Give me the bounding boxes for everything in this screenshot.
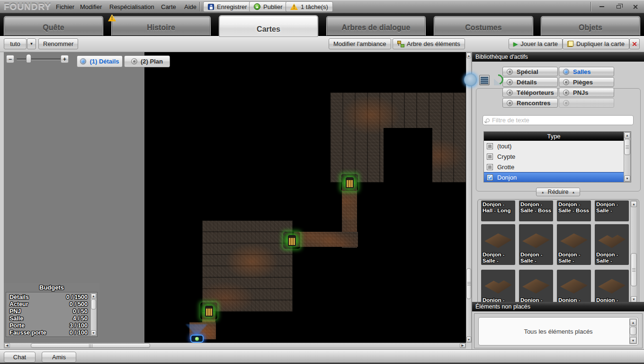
- scroll-thumb[interactable]: [31, 343, 150, 348]
- play-map-button[interactable]: ▶ Jouer la carte: [509, 38, 563, 49]
- menu-aide[interactable]: Aide: [181, 0, 199, 13]
- save-button[interactable]: Enregistrer: [203, 1, 252, 12]
- asset-tile[interactable]: Donjon - Salle -: [557, 224, 591, 265]
- tab-cartes[interactable]: Cartes: [219, 15, 318, 37]
- type-row-crypte[interactable]: Crypte: [484, 151, 624, 162]
- scroll-down-arrow[interactable]: ▼: [624, 175, 630, 182]
- scroll-thumb[interactable]: [630, 327, 636, 335]
- type-row-tout[interactable]: (tout): [484, 141, 624, 151]
- budgets-scrollbar[interactable]: ▲ ▼: [90, 293, 97, 336]
- scroll-up-arrow[interactable]: ▲: [631, 201, 637, 207]
- asset-tile[interactable]: Donjon - Salle - Boss: [557, 200, 591, 221]
- view-tab-details[interactable]: (1) Détails: [77, 55, 123, 67]
- edit-ambiance-button[interactable]: Modifier l'ambiance: [329, 38, 391, 49]
- filter-input[interactable]: [492, 117, 630, 124]
- checkbox-icon[interactable]: [487, 143, 493, 149]
- canvas-horizontal-scrollbar[interactable]: ◀ ▶: [4, 343, 466, 348]
- scroll-down-arrow[interactable]: ▼: [466, 337, 471, 342]
- scroll-up-arrow[interactable]: ▲: [466, 53, 471, 58]
- asset-tile[interactable]: Donjon - Salle -: [481, 270, 515, 304]
- close-map-button[interactable]: ✕: [629, 38, 640, 49]
- category-rencontres[interactable]: Rencontres: [502, 98, 558, 108]
- publish-button[interactable]: ▲ Publier: [249, 1, 287, 12]
- map-room-middle[interactable]: [202, 220, 293, 312]
- scroll-down-arrow[interactable]: ▼: [91, 330, 96, 336]
- duplicate-map-button[interactable]: Dupliquer la carte: [563, 38, 629, 49]
- category-salles[interactable]: Salles: [559, 67, 614, 76]
- asset-tile[interactable]: Donjon - Salle -: [481, 224, 515, 265]
- scroll-up-arrow[interactable]: ▲: [630, 319, 636, 326]
- scroll-thumb[interactable]: [91, 299, 96, 309]
- category-details[interactable]: Détails: [502, 77, 558, 87]
- scroll-left-arrow[interactable]: ◀: [4, 343, 10, 348]
- restore-button[interactable]: [612, 2, 625, 11]
- plus-icon: +: [63, 56, 66, 63]
- type-row-donjon[interactable]: ✓ Donjon: [484, 172, 624, 182]
- scroll-thumb[interactable]: [624, 139, 630, 155]
- tasks-button[interactable]: ! 1 tâche(s): [286, 1, 333, 12]
- collapse-button[interactable]: ▲ Réduire ▲: [536, 188, 580, 196]
- category-pieges[interactable]: Pièges: [559, 77, 614, 87]
- tab-objets[interactable]: Objets: [541, 16, 640, 36]
- zoom-slider-track[interactable]: [17, 58, 62, 60]
- spawn-point-marker[interactable]: [190, 335, 204, 343]
- scroll-thumb[interactable]: [466, 268, 471, 299]
- map-name-dropdown[interactable]: tuto: [4, 38, 27, 49]
- grid-tool-icon[interactable]: [479, 75, 490, 85]
- asset-tile[interactable]: Donjon - Salle -: [595, 270, 629, 304]
- scroll-right-arrow[interactable]: ▶: [460, 343, 465, 348]
- tab-histoire[interactable]: Histoire: [111, 16, 211, 36]
- menu-respecialisation[interactable]: Respécialisation: [107, 0, 157, 13]
- elements-tree-button[interactable]: Arbre des éléments: [393, 38, 465, 49]
- tab-quete[interactable]: Quête: [4, 16, 103, 36]
- zoom-slider-thumb[interactable]: [26, 54, 31, 63]
- close-window-button[interactable]: [629, 2, 641, 11]
- chat-button[interactable]: Chat: [4, 352, 36, 363]
- map-toolbar: tuto ▼ Renommer Modifier l'ambiance Arbr…: [0, 36, 644, 52]
- zoom-out-button[interactable]: −: [6, 55, 14, 63]
- unplaced-scrollbar[interactable]: ▲ ▼: [629, 318, 637, 344]
- asset-tile[interactable]: Donjon - Salle -: [519, 224, 553, 265]
- asset-tile[interactable]: Donjon - Salle -: [595, 200, 629, 221]
- unplaced-empty-text: Tous les éléments placés: [524, 328, 592, 335]
- checkbox-checked-icon[interactable]: ✓: [487, 174, 493, 181]
- category-teleporteurs[interactable]: Téléporteurs: [502, 88, 558, 97]
- rename-button[interactable]: Renommer: [38, 38, 78, 49]
- checkbox-icon[interactable]: [487, 164, 493, 170]
- map-dropdown-arrow-button[interactable]: ▼: [27, 38, 36, 49]
- door-marker-1[interactable]: [341, 174, 358, 191]
- tab-arbres-de-dialogue[interactable]: Arbres de dialogue: [326, 16, 426, 36]
- asset-tile[interactable]: Donjon - Hall - Long: [481, 200, 515, 221]
- menu-fichier[interactable]: Fichier: [53, 0, 77, 13]
- friends-button[interactable]: Amis: [42, 352, 76, 363]
- category-pnjs[interactable]: PNJs: [559, 88, 614, 97]
- door-marker-3[interactable]: [200, 302, 217, 319]
- room-thumbnail: [484, 228, 512, 251]
- category-special[interactable]: Spécial: [502, 67, 558, 76]
- canvas-vertical-scrollbar[interactable]: ▲ ▼: [466, 52, 472, 343]
- view-tab-plan[interactable]: (2) Plan: [124, 55, 170, 67]
- scroll-up-arrow[interactable]: ▲: [91, 293, 96, 299]
- type-list-header[interactable]: Type: [484, 132, 624, 141]
- menu-carte[interactable]: Carte: [158, 0, 179, 13]
- asset-tile[interactable]: Donjon - Salle -: [557, 270, 591, 304]
- scroll-up-arrow[interactable]: ▲: [624, 132, 630, 138]
- budget-row: Acteur0 / 500: [9, 301, 88, 308]
- minimize-button[interactable]: [596, 2, 608, 11]
- checkbox-icon[interactable]: [487, 154, 493, 160]
- type-row-grotte[interactable]: Grotte: [484, 162, 624, 172]
- map-corridor-horizontal[interactable]: [294, 232, 358, 247]
- zoom-in-button[interactable]: +: [61, 55, 69, 63]
- door-marker-2[interactable]: [283, 232, 300, 249]
- asset-tile[interactable]: Donjon - Salle -: [595, 224, 629, 265]
- menu-modifier[interactable]: Modifier: [77, 0, 105, 13]
- ellipse-tool-icon[interactable]: [464, 73, 477, 86]
- asset-tile[interactable]: Donjon - Salle - Boss: [519, 200, 553, 221]
- type-list-scrollbar[interactable]: ▲ ▼: [624, 132, 631, 182]
- scroll-down-arrow[interactable]: ▼: [630, 337, 636, 344]
- tab-costumes[interactable]: Costumes: [434, 16, 533, 36]
- asset-tile[interactable]: Donjon - Salle -: [519, 270, 553, 304]
- scroll-thumb[interactable]: [631, 253, 637, 286]
- angle-tool-icon[interactable]: [492, 74, 504, 86]
- asset-grid-scrollbar[interactable]: ▲ ▼: [630, 200, 637, 303]
